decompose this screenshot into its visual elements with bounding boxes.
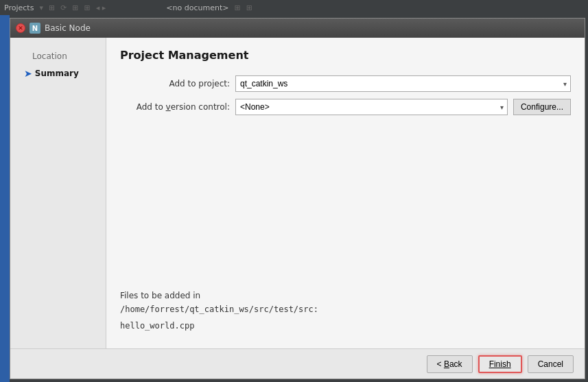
- add-to-project-select[interactable]: qt_catkin_ws: [235, 75, 571, 92]
- dialog-body: Location ➤ Summary Project Management Ad…: [10, 38, 585, 348]
- version-control-select-wrapper: <None>GitSVN ▾: [235, 99, 508, 115]
- configure-button[interactable]: Configure...: [513, 99, 571, 115]
- add-to-project-row: Add to project: qt_catkin_ws ▾: [120, 75, 571, 92]
- top-bar: Projects ▾ ⊞ ⟳ ⊞ ⊞ ◂ ▸ <no document> ⊞ ⊞: [0, 0, 588, 15]
- wizard-section-title: Project Management: [120, 49, 571, 62]
- no-document-label: <no document>: [166, 3, 228, 12]
- files-filename: hello_world.cpp: [120, 321, 571, 331]
- projects-label: Projects: [4, 3, 34, 12]
- wizard-step-summary[interactable]: ➤ Summary: [19, 65, 97, 82]
- wizard-left-panel: Location ➤ Summary: [10, 38, 106, 348]
- dialog-window: ✕ N Basic Node Location ➤ Summary: [10, 18, 585, 379]
- version-control-select[interactable]: <None>GitSVN: [235, 99, 508, 115]
- dialog-title: Basic Node: [45, 23, 91, 33]
- dialog-titlebar: ✕ N Basic Node: [10, 19, 585, 38]
- active-arrow-icon: ➤: [24, 68, 32, 79]
- main-area: ✕ N Basic Node Location ➤ Summary: [0, 15, 588, 382]
- dialog-icon: N: [30, 23, 40, 34]
- add-to-project-select-wrapper: qt_catkin_ws ▾: [235, 75, 571, 92]
- files-path: /home/forrest/qt_catkin_ws/src/test/src:: [120, 305, 571, 314]
- close-button[interactable]: ✕: [16, 23, 25, 33]
- add-to-version-control-row: Add to version control: <None>GitSVN ▾ C…: [120, 99, 571, 115]
- wizard-steps: Location ➤ Summary: [19, 49, 97, 82]
- add-to-project-label: Add to project:: [120, 79, 230, 88]
- sidebar-strip: [0, 15, 10, 382]
- files-to-add-label: Files to be added in: [120, 291, 571, 300]
- files-area: Files to be added in /home/forrest/qt_ca…: [120, 122, 571, 337]
- back-button[interactable]: < Back: [427, 355, 473, 373]
- wizard-right-panel: Project Management Add to project: qt_ca…: [106, 38, 585, 348]
- finish-button[interactable]: Finish: [478, 355, 522, 373]
- cancel-button[interactable]: Cancel: [528, 355, 574, 373]
- dialog-footer: < Back Finish Cancel: [10, 348, 585, 379]
- wizard-step-location[interactable]: Location: [19, 49, 97, 64]
- add-to-version-control-label: Add to version control:: [120, 102, 230, 112]
